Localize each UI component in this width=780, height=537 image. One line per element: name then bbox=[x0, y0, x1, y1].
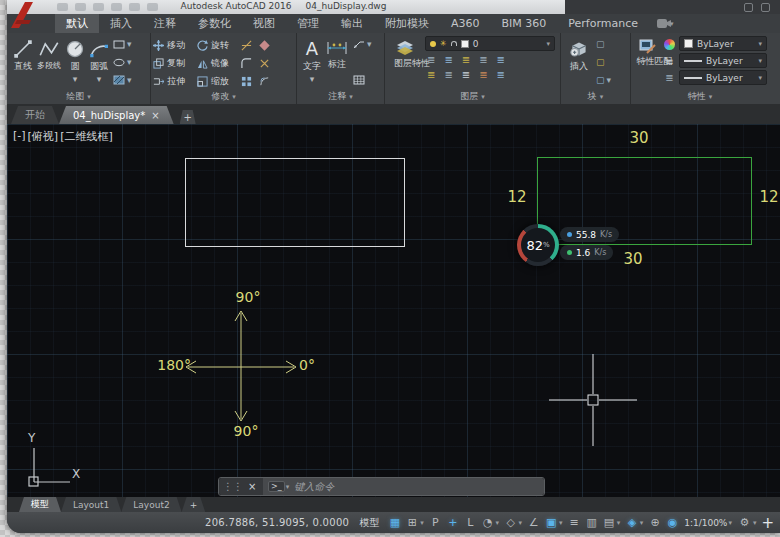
layer-dropdown-icon[interactable]: ▾ bbox=[546, 40, 550, 48]
osnap-dropdown-icon[interactable]: ▾ bbox=[559, 519, 563, 527]
isometric-drafting-icon[interactable]: ◇ bbox=[505, 515, 516, 531]
table-button[interactable] bbox=[353, 75, 372, 85]
panel-label-properties[interactable]: 特性 ▾ bbox=[631, 90, 769, 103]
tab-model[interactable]: 模型 bbox=[19, 497, 61, 512]
new-drawing-button[interactable]: + bbox=[180, 110, 196, 124]
grip-icon[interactable]: ⋮⋮ bbox=[223, 481, 243, 492]
color-dropdown[interactable]: ByLayer ▾ bbox=[679, 36, 767, 51]
set-base-point-button[interactable]: ▢▾ bbox=[596, 75, 611, 85]
selection-cycling-icon[interactable]: ▤ bbox=[603, 515, 614, 531]
scale-dropdown-icon[interactable]: ▾ bbox=[728, 519, 732, 527]
panel-label-block[interactable]: 块 ▾ bbox=[561, 90, 630, 103]
layer-thaw-icon[interactable]: ≣ bbox=[462, 69, 470, 81]
3dosnap-dropdown-icon[interactable]: ▾ bbox=[640, 519, 644, 527]
mirror-button[interactable]: 镜像 bbox=[197, 57, 241, 70]
arc-dropdown-icon[interactable]: ▾ bbox=[89, 74, 109, 84]
fillet-button[interactable] bbox=[241, 58, 259, 69]
lineweight-display-icon[interactable]: ≡ bbox=[568, 515, 579, 531]
search-icon[interactable] bbox=[744, 3, 753, 12]
layer-unisolate-icon[interactable]: ≣ bbox=[444, 54, 452, 66]
color-wheel-icon[interactable] bbox=[664, 39, 675, 50]
circle-button[interactable]: 圆 ▾ bbox=[65, 36, 85, 88]
clean-screen-icon[interactable]: + bbox=[761, 516, 774, 530]
layer-freeze-tool-icon[interactable]: ≣ bbox=[462, 54, 470, 66]
array-button[interactable] bbox=[241, 76, 259, 87]
tab-output[interactable]: 输出 bbox=[330, 14, 374, 33]
polar-tracking-icon[interactable]: ◔ bbox=[482, 515, 493, 531]
tab-view[interactable]: 视图 bbox=[242, 14, 286, 33]
iso-dropdown-icon[interactable]: ▾ bbox=[518, 519, 522, 527]
edit-attribute-button[interactable]: ▢ bbox=[596, 57, 611, 67]
line-button[interactable]: 直线 bbox=[13, 36, 33, 88]
lineweight-list-icon[interactable]: ≡ bbox=[665, 56, 673, 67]
grid-icon[interactable]: ▦ bbox=[389, 515, 400, 531]
tab-parametric[interactable]: 参数化 bbox=[187, 14, 242, 33]
recent-commands-icon[interactable]: ▾ bbox=[286, 483, 290, 491]
object-snap-tracking-icon[interactable]: ∠ bbox=[528, 515, 539, 531]
3d-object-snap-icon[interactable]: ◈ bbox=[626, 515, 637, 531]
file-tab-document[interactable]: 04_huDisplay* × bbox=[59, 106, 174, 124]
linetype-dropdown[interactable]: ByLayer ▾ bbox=[679, 70, 767, 85]
dynamic-input-icon[interactable]: + bbox=[447, 515, 458, 531]
dimension-button[interactable]: 标注 bbox=[326, 36, 348, 88]
color-dropdown-icon[interactable]: ▾ bbox=[758, 40, 762, 48]
arc-button[interactable]: 圆弧 ▾ bbox=[89, 36, 109, 88]
tab-manage[interactable]: 管理 bbox=[286, 14, 330, 33]
snap-mode-icon[interactable]: ⊞ bbox=[407, 515, 418, 531]
settings-dropdown-icon[interactable]: ▾ bbox=[753, 519, 757, 527]
command-input[interactable]: >_ ▾ 键入命令 bbox=[263, 478, 544, 495]
layer-lock-tool-icon[interactable]: ≣ bbox=[479, 54, 487, 66]
model-space-button[interactable]: 模型 bbox=[355, 516, 383, 530]
layer-match-icon[interactable]: ≣ bbox=[497, 54, 505, 66]
annotation-scale-button[interactable]: 1:1/100% bbox=[684, 518, 727, 528]
autocad-logo-icon[interactable] bbox=[9, 0, 51, 30]
panel-label-layers[interactable]: 图层 ▾ bbox=[385, 90, 560, 103]
close-command-icon[interactable]: × bbox=[248, 481, 256, 492]
transparency-icon[interactable]: ▥ bbox=[586, 515, 597, 531]
record-button[interactable]: ▾ bbox=[649, 14, 682, 33]
object-snap-icon[interactable]: ▣ bbox=[545, 515, 556, 531]
close-tab-icon[interactable]: × bbox=[151, 110, 159, 121]
selection-dropdown-icon[interactable]: ▾ bbox=[617, 519, 621, 527]
polyline-button[interactable]: 多段线 bbox=[37, 36, 61, 88]
lineweight-dropdown[interactable]: ByLayer ▾ bbox=[679, 53, 767, 68]
viewport-controls[interactable]: [-] [俯视] [二维线框] bbox=[13, 129, 113, 144]
layer-on-tool-icon[interactable]: ≣ bbox=[427, 69, 435, 81]
viewport-visual-style-control[interactable]: [二维线框] bbox=[60, 129, 113, 144]
rectangle-button[interactable]: ▾ bbox=[113, 39, 132, 49]
file-tab-start[interactable]: 开始 bbox=[11, 106, 59, 124]
command-line[interactable]: ⋮⋮ × >_ ▾ 键入命令 bbox=[218, 477, 545, 496]
text-dropdown-icon[interactable]: ▾ bbox=[303, 74, 321, 84]
rotate-button[interactable]: 旋转 bbox=[197, 39, 241, 52]
layer-properties-button[interactable]: 图层特性 bbox=[390, 36, 420, 81]
trim-button[interactable] bbox=[241, 40, 259, 51]
offset-button[interactable] bbox=[259, 76, 277, 87]
ortho-mode-icon[interactable]: L bbox=[465, 515, 476, 531]
move-button[interactable]: 移动 bbox=[153, 39, 197, 52]
tab-annotate[interactable]: 注释 bbox=[143, 14, 187, 33]
leader-button[interactable]: ▾ bbox=[353, 39, 372, 49]
drawing-canvas[interactable]: [-] [俯视] [二维线框] 30 12 12 30 82% 55.8K/s … bbox=[7, 124, 780, 497]
circle-dropdown-icon[interactable]: ▾ bbox=[65, 74, 85, 84]
infer-constraints-icon[interactable]: P bbox=[430, 515, 441, 531]
layer-walk-icon[interactable]: ≣ bbox=[497, 69, 505, 81]
hatch-button[interactable]: ▾ bbox=[113, 75, 132, 85]
new-layout-button[interactable]: + bbox=[182, 497, 206, 512]
copy-button[interactable]: 复制 bbox=[153, 57, 197, 70]
layer-unlock-icon[interactable]: ≣ bbox=[479, 69, 487, 81]
panel-label-annotation[interactable]: 注释 ▾ bbox=[297, 90, 384, 103]
record-dropdown-icon[interactable]: ▾ bbox=[670, 20, 674, 28]
linetype-list-icon[interactable]: ≣ bbox=[665, 72, 673, 83]
command-prompt-icon[interactable]: >_ bbox=[268, 481, 285, 492]
tab-addins[interactable]: 附加模块 bbox=[374, 14, 440, 33]
layer-isolate-icon[interactable]: ≣ bbox=[427, 54, 435, 66]
text-button[interactable]: A 文字 ▾ bbox=[303, 36, 321, 88]
stretch-button[interactable]: 拉伸 bbox=[153, 75, 197, 88]
annotation-visibility-icon[interactable]: ◉ bbox=[667, 515, 678, 531]
viewport-minimize-control[interactable]: [-] bbox=[13, 129, 26, 144]
polar-dropdown-icon[interactable]: ▾ bbox=[496, 519, 500, 527]
tab-layout2[interactable]: Layout2 bbox=[121, 497, 181, 512]
panel-label-draw[interactable]: 绘图 ▾ bbox=[7, 90, 150, 103]
ellipse-button[interactable]: ▾ bbox=[113, 57, 132, 67]
lineweight-dropdown-icon[interactable]: ▾ bbox=[758, 57, 762, 65]
